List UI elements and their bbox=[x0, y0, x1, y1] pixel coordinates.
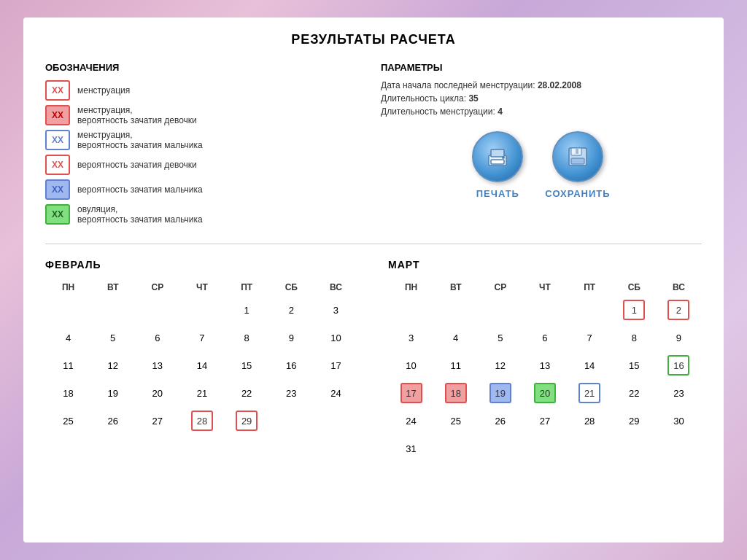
print-button[interactable]: ПЕЧАТЬ bbox=[472, 131, 523, 199]
feb-cell: 15 bbox=[225, 352, 268, 378]
day-2: 2 bbox=[280, 300, 302, 320]
mar-day-9: 9 bbox=[667, 327, 689, 348]
mar-cell: 16 bbox=[657, 352, 700, 378]
legend-title: ОБОЗНАЧЕНИЯ bbox=[45, 62, 366, 73]
mar-cell: 23 bbox=[657, 380, 700, 406]
mar-cell: 13 bbox=[523, 352, 566, 378]
day-24: 24 bbox=[325, 383, 347, 403]
table-row: 18 19 20 21 22 23 24 bbox=[47, 380, 357, 406]
mar-cell: 24 bbox=[390, 408, 433, 434]
mar-cell: 17 bbox=[390, 380, 433, 406]
feb-cell: 18 bbox=[47, 380, 90, 406]
params-section: ПАРАМЕТРЫ Дата начала последней менструа… bbox=[381, 62, 702, 229]
legend-text-4: вероятность зачатия девочки bbox=[77, 160, 197, 170]
day-14: 14 bbox=[191, 355, 213, 376]
table-row: 1 2 3 bbox=[47, 297, 357, 323]
mar-cell: 3 bbox=[390, 324, 433, 351]
mar-day-13: 13 bbox=[534, 355, 556, 376]
table-row: 11 12 13 14 15 16 17 bbox=[47, 352, 357, 378]
mar-table: ПН ВТ СР ЧТ ПТ СБ ВС bbox=[388, 278, 702, 463]
mar-cell: 5 bbox=[479, 324, 522, 351]
table-row: 3 4 5 6 7 8 9 bbox=[390, 324, 700, 351]
mar-cell: 12 bbox=[479, 352, 522, 378]
table-row: 31 bbox=[390, 435, 700, 462]
feb-day-sat: СБ bbox=[270, 279, 313, 295]
day-11: 11 bbox=[58, 355, 80, 376]
mar-day-31: 31 bbox=[400, 438, 422, 459]
save-label: СОХРАНИТЬ bbox=[545, 188, 610, 199]
mar-cell: 26 bbox=[479, 408, 522, 434]
mar-day-28: 28 bbox=[578, 411, 600, 431]
feb-day-thu: ЧТ bbox=[180, 279, 223, 295]
mar-cell: 1 bbox=[613, 297, 656, 323]
feb-day-mon: ПН bbox=[47, 279, 90, 295]
feb-cell: 23 bbox=[270, 380, 313, 406]
params-cycle: Длительность цикла: 35 bbox=[381, 93, 702, 104]
day-17: 17 bbox=[325, 355, 347, 376]
feb-cell bbox=[270, 408, 313, 434]
day-12: 12 bbox=[102, 355, 124, 376]
mar-cell: 14 bbox=[568, 352, 611, 378]
feb-cell: 22 bbox=[225, 380, 268, 406]
calendar-march: МАРТ ПН ВТ СР ЧТ ПТ СБ ВС bbox=[388, 259, 702, 463]
mar-day-12: 12 bbox=[489, 355, 511, 376]
mar-cell: 29 bbox=[613, 408, 656, 434]
feb-cell: 19 bbox=[91, 380, 134, 406]
params-cycle-value: 35 bbox=[468, 93, 478, 104]
feb-cell: 1 bbox=[225, 297, 268, 323]
mar-day-29: 29 bbox=[623, 411, 645, 431]
mar-cell: 31 bbox=[390, 435, 433, 462]
feb-cell: 6 bbox=[136, 324, 179, 351]
table-row: 17 18 19 20 21 22 23 bbox=[390, 380, 700, 406]
feb-cell: 21 bbox=[180, 380, 223, 406]
day-8: 8 bbox=[236, 327, 258, 348]
day-9: 9 bbox=[280, 327, 302, 348]
legend-item-5: XX вероятность зачатия мальчика bbox=[45, 179, 366, 200]
mar-day-3: 3 bbox=[400, 327, 422, 348]
legend-item-6: XX овуляция,вероятность зачатия мальчика bbox=[45, 204, 366, 225]
legend-item-2: XX менструация,вероятность зачатия девоч… bbox=[45, 105, 366, 125]
mar-cell: 28 bbox=[568, 408, 611, 434]
feb-cell: 20 bbox=[136, 380, 179, 406]
day-26: 26 bbox=[102, 411, 124, 431]
day-27: 27 bbox=[147, 411, 169, 431]
day-28: 28 bbox=[191, 411, 213, 431]
feb-day-tue: ВТ bbox=[91, 279, 134, 295]
mar-day-25: 25 bbox=[445, 411, 467, 431]
feb-cell bbox=[314, 408, 357, 434]
params-date-label: Дата начала последней менструации: bbox=[381, 80, 535, 90]
mar-cell: 10 bbox=[390, 352, 433, 378]
feb-cell: 5 bbox=[91, 324, 134, 351]
mar-cell bbox=[568, 297, 611, 323]
day-18: 18 bbox=[58, 383, 80, 403]
mar-day-5: 5 bbox=[489, 327, 511, 348]
mar-cell: 15 bbox=[613, 352, 656, 378]
mar-cell bbox=[568, 435, 611, 462]
save-button[interactable]: СОХРАНИТЬ bbox=[545, 131, 610, 199]
params-date-value: 28.02.2008 bbox=[538, 80, 581, 90]
day-15: 15 bbox=[236, 355, 258, 376]
mar-cell: 9 bbox=[657, 324, 700, 351]
feb-cell: 25 bbox=[47, 408, 90, 434]
table-row: 10 11 12 13 14 15 16 bbox=[390, 352, 700, 378]
legend-box-mens-boy: XX bbox=[45, 130, 70, 150]
mar-day-20: 20 bbox=[534, 383, 556, 403]
mar-cell bbox=[479, 435, 522, 462]
day-22: 22 bbox=[236, 383, 258, 403]
day-3: 3 bbox=[325, 300, 347, 320]
mar-day-6: 6 bbox=[534, 327, 556, 348]
mar-cell: 22 bbox=[613, 380, 656, 406]
mar-day-7: 7 bbox=[578, 327, 600, 348]
mar-cell bbox=[657, 435, 700, 462]
feb-cell: 24 bbox=[314, 380, 357, 406]
mar-day-sun: ВС bbox=[657, 279, 700, 295]
mar-day-22: 22 bbox=[623, 383, 645, 403]
feb-cell: 12 bbox=[91, 352, 134, 378]
feb-day-fri: ПТ bbox=[225, 279, 268, 295]
feb-cell: 26 bbox=[91, 408, 134, 434]
calendars-section: ФЕВРАЛЬ ПН ВТ СР ЧТ ПТ СБ ВС bbox=[45, 259, 702, 463]
params-date: Дата начала последней менструации: 28.02… bbox=[381, 80, 702, 90]
mar-day-23: 23 bbox=[667, 383, 689, 403]
print-icon bbox=[472, 131, 523, 182]
params-duration: Длительность менструации: 4 bbox=[381, 106, 702, 117]
